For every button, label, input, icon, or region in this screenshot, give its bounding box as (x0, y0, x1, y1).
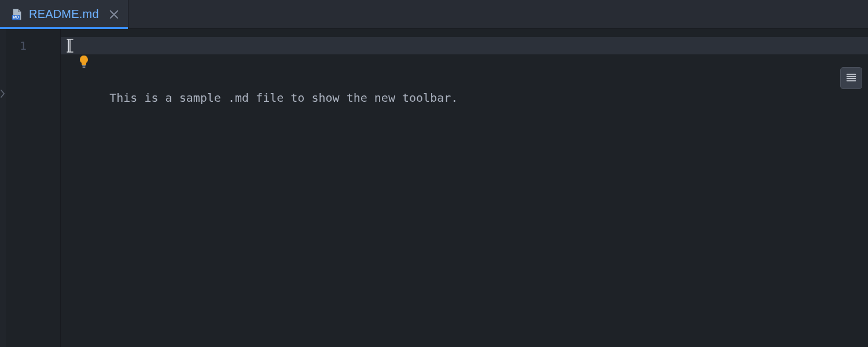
lightbulb-icon (77, 54, 91, 68)
chevron-right-icon (1, 90, 5, 98)
code-line[interactable]: This is a sample .md file to show the ne… (61, 37, 868, 54)
line-number-gutter[interactable]: 1 (6, 29, 61, 347)
svg-rect-3 (83, 67, 86, 68)
tab-close-button[interactable] (108, 9, 120, 20)
floating-paragraph-button[interactable] (840, 67, 862, 89)
text-caret (68, 39, 69, 52)
markdown-file-icon: MD (10, 8, 23, 21)
ibeam-cursor-icon (65, 38, 75, 54)
tab-strip: MD README.md (0, 0, 868, 29)
paragraph-icon (845, 72, 858, 84)
svg-text:MD: MD (13, 15, 19, 19)
tool-window-stripe[interactable] (0, 29, 6, 347)
line-number: 1 (6, 37, 60, 54)
editor: 1 This is a sample .md file to show the … (0, 29, 868, 347)
svg-rect-2 (82, 65, 86, 67)
code-text: This is a sample .md file to show the ne… (109, 91, 458, 105)
close-icon (108, 9, 120, 20)
tab-filename: README.md (29, 8, 99, 21)
intention-bulb[interactable] (77, 54, 91, 68)
code-area[interactable]: This is a sample .md file to show the ne… (61, 29, 868, 347)
tab-readme[interactable]: MD README.md (0, 0, 128, 28)
